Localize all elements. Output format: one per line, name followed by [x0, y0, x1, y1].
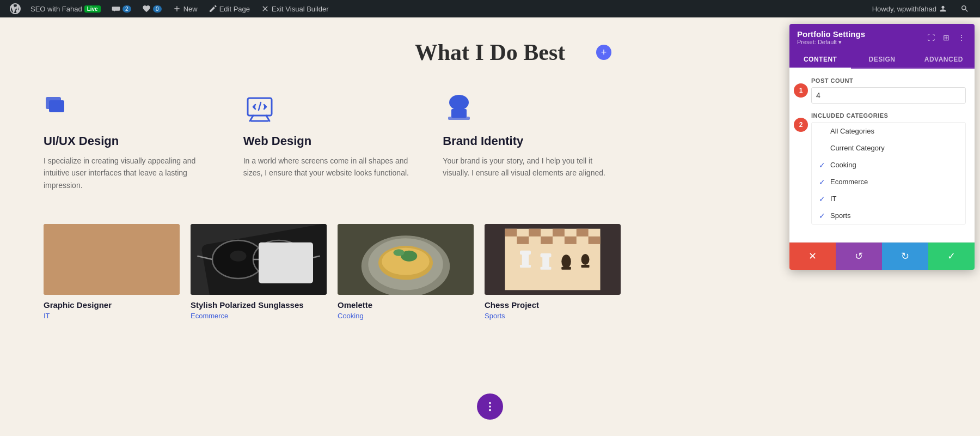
check-it: ✓ [818, 195, 826, 203]
exit-visual-builder-button[interactable]: Exit Visual Builder [255, 0, 334, 17]
svg-rect-35 [505, 229, 517, 237]
services-grid: UI/UX Design I specialize in creating vi… [44, 93, 621, 191]
tab-content[interactable]: Content [789, 51, 851, 69]
svg-rect-50 [561, 267, 571, 270]
portfolio-item-3: Chess Project Sports [485, 224, 621, 320]
svg-rect-6 [44, 224, 180, 295]
panel-tabs: Content Design Advanced [789, 51, 975, 69]
add-section-button[interactable]: + [596, 45, 611, 60]
service-item-brand: Brand Identity Your brand is your story,… [443, 93, 621, 191]
tab-design[interactable]: Design [851, 51, 912, 68]
check-sports: ✓ [818, 212, 826, 220]
included-categories-field: 2 Included Categories ✓ All Categories ✓… [798, 112, 966, 225]
check-ecommerce: ✓ [818, 178, 826, 186]
panel-redo-button[interactable]: ↻ [882, 243, 928, 270]
svg-point-54 [489, 405, 491, 408]
svg-rect-41 [565, 237, 577, 244]
svg-point-49 [561, 255, 571, 268]
svg-point-16 [115, 271, 136, 282]
svg-point-15 [88, 271, 108, 282]
portfolio-cat-3: Sports [485, 312, 621, 320]
admin-bar: SEO with Fahad Live 2 0 New Edit Page Ex… [0, 0, 980, 17]
panel-more-button[interactable]: ⋮ [956, 32, 967, 43]
edit-page-button[interactable]: Edit Page [203, 0, 255, 17]
uiux-icon [44, 93, 76, 125]
svg-rect-25 [259, 243, 313, 283]
category-cooking[interactable]: ✓ Cooking [812, 156, 965, 173]
panel-confirm-button[interactable]: ✓ [928, 243, 975, 270]
svg-rect-10 [81, 273, 89, 278]
svg-point-55 [489, 409, 491, 411]
svg-rect-48 [541, 267, 552, 270]
category-cooking-label: Cooking [830, 161, 856, 169]
svg-point-53 [489, 402, 491, 404]
service-desc-brand: Your brand is your story, and I help you… [443, 155, 621, 179]
step-badge-1: 1 [794, 83, 808, 98]
panel-cancel-button[interactable]: ✕ [789, 243, 836, 270]
search-button[interactable] [955, 4, 975, 13]
panel-split-button[interactable]: ⊞ [941, 32, 952, 43]
panel-title-group: Portfolio Settings Preset: Default ▾ [797, 29, 865, 46]
post-count-input[interactable] [811, 87, 966, 104]
post-count-label: Post Count [811, 77, 966, 84]
category-it[interactable]: ✓ IT [812, 190, 965, 207]
category-dropdown: ✓ All Categories ✓ Current Category ✓ Co… [811, 122, 966, 225]
svg-rect-4 [451, 109, 467, 118]
svg-rect-5 [448, 117, 470, 120]
svg-rect-12 [104, 273, 112, 278]
svg-rect-42 [589, 237, 601, 244]
panel-undo-button[interactable]: ↺ [836, 243, 882, 270]
svg-rect-14 [127, 273, 136, 278]
float-menu-button[interactable] [477, 393, 503, 420]
portfolio-item-1: Stylish Polarized Sunglasses Ecommerce [191, 224, 327, 320]
category-current-label: Current Category [830, 144, 885, 152]
new-button[interactable]: New [167, 0, 203, 17]
panel-title: Portfolio Settings [797, 29, 865, 39]
tab-advanced[interactable]: Advanced [913, 51, 975, 68]
svg-rect-36 [529, 229, 541, 237]
service-title-webdesign: Web Design [243, 134, 421, 148]
service-item-webdesign: Web Design In a world where screens come… [243, 93, 421, 191]
portfolio-thumb-0 [44, 224, 180, 295]
svg-rect-44 [520, 251, 531, 255]
svg-rect-47 [541, 253, 552, 258]
svg-rect-46 [542, 256, 549, 269]
svg-point-3 [449, 95, 469, 110]
comments-count[interactable]: 2 [106, 0, 137, 17]
svg-rect-7 [84, 229, 139, 267]
svg-rect-40 [541, 237, 553, 244]
category-ecommerce[interactable]: ✓ Ecommerce [812, 173, 965, 190]
svg-point-32 [394, 249, 405, 256]
category-all[interactable]: ✓ All Categories [812, 123, 965, 140]
included-categories-label: Included Categories [811, 112, 966, 119]
category-ecommerce-label: Ecommerce [830, 178, 868, 186]
svg-rect-1 [49, 100, 64, 112]
category-current[interactable]: ✓ Current Category [812, 140, 965, 156]
panel-fullscreen-button[interactable]: ⛶ [926, 32, 936, 43]
wp-logo[interactable] [5, 3, 25, 14]
panel-header: Portfolio Settings Preset: Default ▾ ⛶ ⊞… [789, 24, 975, 51]
likes-count[interactable]: 0 [137, 0, 167, 17]
svg-point-23 [230, 251, 247, 262]
brand-icon [443, 93, 475, 125]
step-badge-2: 2 [794, 118, 808, 132]
category-it-label: IT [830, 195, 837, 203]
service-desc-uiux: I specialize in creating visually appeal… [44, 155, 222, 191]
portfolio-thumb-3 [485, 224, 621, 295]
panel-preset[interactable]: Preset: Default ▾ [797, 39, 865, 46]
svg-rect-8 [91, 235, 132, 259]
svg-point-51 [581, 254, 590, 265]
portfolio-cat-2: Cooking [338, 312, 474, 320]
panel-body: 1 Post Count 2 Included Categories ✓ All… [789, 69, 975, 242]
portfolio-title-1: Stylish Polarized Sunglasses [191, 300, 327, 310]
portfolio-grid: Graphic Designer IT [44, 224, 621, 320]
site-name[interactable]: SEO with Fahad Live [25, 0, 106, 17]
portfolio-item-2: Omelette Cooking [338, 224, 474, 320]
user-greeting[interactable]: Howdy, wpwithfahad [867, 4, 953, 13]
portfolio-cat-1: Ecommerce [191, 312, 327, 320]
main-content: What I Do Best UI/UX Design I specialize… [0, 17, 980, 436]
svg-rect-13 [116, 273, 124, 278]
post-count-field: 1 Post Count [798, 77, 966, 104]
portfolio-title-2: Omelette [338, 300, 474, 310]
category-sports[interactable]: ✓ Sports [812, 207, 965, 224]
